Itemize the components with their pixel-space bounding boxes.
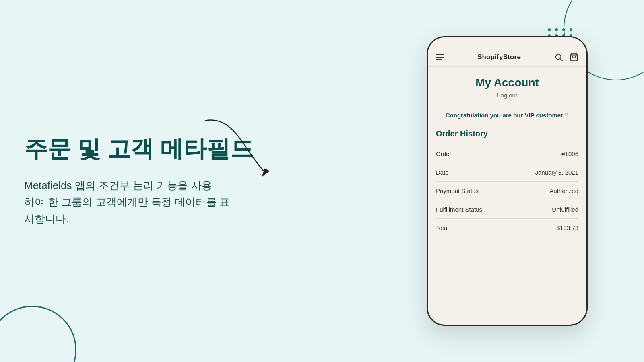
logout-link[interactable]: Log out: [436, 92, 578, 99]
vip-message: Congratulation you are our VIP customer …: [436, 111, 578, 120]
order-row: Order #1006: [436, 145, 578, 163]
account-title: My Account: [436, 76, 578, 89]
order-rows: Order #1006 Date January 8, 2021 Payment…: [436, 145, 578, 237]
phone-nav: ShopifyStore: [428, 49, 586, 67]
cart-icon[interactable]: [570, 53, 578, 62]
order-label: Fulfillment Status: [436, 206, 482, 213]
arrow-decoration: [193, 109, 282, 189]
phone-frame: ShopifyStore My Account Log out Cong: [427, 36, 588, 326]
order-value: Authorized: [549, 187, 578, 194]
svg-line-2: [560, 59, 562, 61]
order-row: Payment Status Authorized: [436, 182, 578, 200]
store-name: ShopifyStore: [477, 53, 521, 61]
bg-circle-bottom-left: [0, 306, 76, 362]
hamburger-line-3: [436, 59, 442, 60]
order-label: Total: [436, 224, 449, 231]
hamburger-line-2: [436, 57, 444, 58]
order-value: Unfulfilled: [552, 206, 578, 213]
hamburger-line-1: [436, 54, 444, 55]
order-label: Order: [436, 150, 451, 157]
order-row: Total $103.73: [436, 219, 578, 237]
order-history-section: Order History Order #1006 Date January 8…: [436, 129, 578, 237]
search-icon[interactable]: [554, 53, 563, 62]
phone-status-bar: [428, 37, 586, 49]
phone-content: My Account Log out Congratulation you ar…: [428, 67, 586, 245]
nav-icons: [554, 53, 578, 62]
order-value: #1006: [561, 150, 578, 157]
order-row: Fulfillment Status Unfulfilled: [436, 200, 578, 219]
order-label: Date: [436, 169, 449, 176]
order-value: $103.73: [557, 224, 578, 231]
divider: [436, 105, 578, 105]
order-label: Payment Status: [436, 187, 479, 194]
order-value: January 8, 2021: [535, 169, 578, 176]
order-row: Date January 8, 2021: [436, 163, 578, 182]
phone-container: ShopifyStore My Account Log out Cong: [427, 36, 588, 326]
order-history-title: Order History: [436, 129, 578, 138]
hamburger-icon[interactable]: [436, 54, 444, 60]
